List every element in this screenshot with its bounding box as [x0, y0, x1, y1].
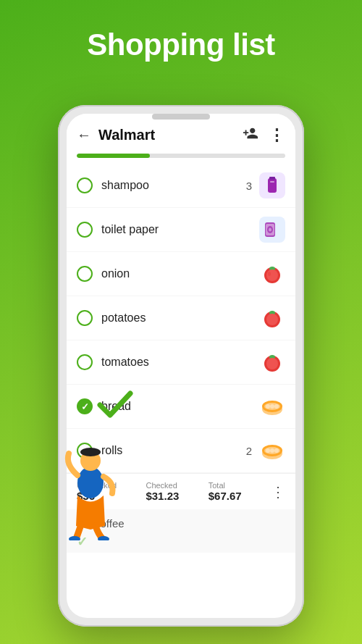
checked-label: Checked [146, 481, 179, 490]
phone-screen: ← Walmart ⋮ [67, 114, 295, 618]
progress-fill [77, 154, 150, 158]
svg-point-9 [266, 269, 278, 281]
svg-rect-0 [268, 178, 277, 193]
svg-point-26 [266, 448, 270, 453]
app-bar-actions: ⋮ [243, 125, 285, 145]
item-checkbox-rolls[interactable] [77, 443, 93, 459]
svg-point-28 [274, 448, 279, 453]
total-value: $67.67 [209, 490, 242, 502]
back-button[interactable]: ← [77, 127, 91, 143]
item-name-bread: bread [101, 400, 259, 413]
item-name-tomatoes: tomatoes [101, 356, 259, 369]
item-icon-rolls [259, 438, 285, 464]
preview-item-coffee: ✓ coffee [77, 515, 285, 531]
item-checkbox-bread[interactable] [77, 398, 93, 414]
more-options-icon[interactable]: ⋮ [269, 126, 285, 145]
bottom-preview: ✓ coffee ✓ [67, 509, 295, 553]
item-icon-potatoes [259, 305, 285, 331]
coffee-name: coffee [95, 517, 125, 530]
svg-point-21 [270, 404, 274, 409]
item-name-shampoo: shampoo [101, 179, 246, 192]
list-item: onion [67, 252, 295, 296]
item-checkbox-shampoo[interactable] [77, 177, 93, 193]
page-title: Shopping list [0, 0, 362, 83]
store-title: Walmart [98, 127, 243, 143]
phone-frame: ← Walmart ⋮ [58, 105, 304, 627]
item-icon-toilet-paper [259, 217, 285, 243]
coffee-check-icon: ✓ [77, 515, 88, 531]
svg-point-27 [270, 448, 274, 453]
item-icon-onion [259, 261, 285, 287]
svg-rect-1 [269, 177, 275, 180]
svg-rect-2 [270, 181, 274, 183]
item-qty-shampoo: 3 [246, 180, 252, 192]
checked-value: $31.23 [146, 490, 179, 502]
list-item: bread [67, 385, 295, 429]
svg-point-16 [266, 358, 278, 369]
unchecked-label: Unchecked [77, 481, 117, 490]
unchecked-value: $36 [77, 490, 117, 502]
item-name-onion: onion [101, 267, 259, 280]
list-item: rolls 2 [67, 429, 295, 473]
item-icon-bread [259, 393, 285, 419]
svg-point-6 [269, 228, 272, 232]
item-name-toilet-paper: toilet paper [101, 223, 259, 236]
unchecked-section: Unchecked $36 [77, 481, 117, 502]
item-name-rolls: rolls [101, 444, 246, 457]
item-qty-rolls: 2 [246, 445, 252, 457]
item-icon-shampoo [259, 172, 285, 198]
list-item: potatoes [67, 296, 295, 340]
progress-track [77, 154, 285, 158]
add-person-icon[interactable] [243, 125, 258, 145]
svg-point-10 [268, 272, 271, 276]
footer-more-icon[interactable]: ⋮ [271, 483, 285, 501]
item-checkbox-tomatoes[interactable] [77, 354, 93, 370]
preview-item-extra: ✓ [77, 534, 285, 550]
item-icon-tomatoes [259, 349, 285, 375]
item-checkbox-toilet-paper[interactable] [77, 222, 93, 238]
footer: Unchecked $36 Checked $31.23 Total $67.6… [67, 473, 295, 509]
phone-notch [152, 114, 210, 120]
svg-point-13 [266, 314, 278, 325]
svg-point-20 [266, 404, 270, 409]
phone-wrapper: ← Walmart ⋮ [58, 105, 304, 627]
list-item: toilet paper [67, 208, 295, 252]
progress-bar-container [67, 151, 295, 164]
total-section: Total $67.67 [209, 481, 242, 502]
list-item: tomatoes [67, 340, 295, 385]
list-item: shampoo 3 [67, 164, 295, 208]
list-container: shampoo 3 toilet paper [67, 164, 295, 618]
item-name-potatoes: potatoes [101, 311, 259, 325]
extra-check-icon: ✓ [77, 534, 88, 550]
item-checkbox-potatoes[interactable] [77, 310, 93, 326]
item-checkbox-onion[interactable] [77, 266, 93, 282]
svg-point-22 [274, 404, 279, 409]
checked-section: Checked $31.23 [146, 481, 179, 502]
total-label: Total [209, 481, 242, 490]
